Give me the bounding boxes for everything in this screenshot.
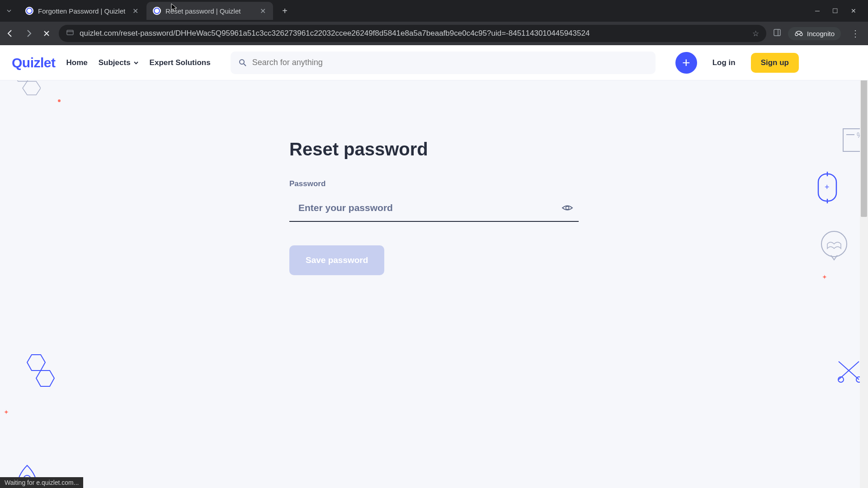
- close-icon[interactable]: ✕: [131, 7, 139, 15]
- search-icon: [239, 59, 247, 67]
- toggle-password-visibility[interactable]: [561, 201, 574, 215]
- browser-menu-button[interactable]: ⋮: [847, 28, 863, 39]
- decoration-scissors: [836, 357, 863, 384]
- password-input[interactable]: [289, 202, 561, 213]
- eye-icon: [561, 202, 573, 214]
- quizlet-favicon: [153, 7, 161, 15]
- reset-password-form: Reset password Password Save password: [289, 139, 579, 275]
- back-button[interactable]: [5, 28, 16, 39]
- nav-subjects[interactable]: Subjects: [99, 58, 139, 67]
- url-field[interactable]: quizlet.com/reset-password/DHHeWac5Q9596…: [59, 25, 766, 42]
- tab-title: Forgotten Password | Quizlet: [38, 7, 127, 15]
- incognito-icon: [794, 30, 803, 37]
- svg-rect-2: [774, 29, 780, 36]
- window-controls: ─ ☐ ✕: [815, 7, 864, 14]
- decoration-star: ✦: [4, 408, 9, 416]
- quizlet-logo[interactable]: Quizlet: [12, 55, 56, 70]
- incognito-badge[interactable]: Incognito: [788, 27, 841, 40]
- svg-line-20: [839, 361, 859, 380]
- search-input[interactable]: [252, 58, 647, 67]
- svg-point-4: [240, 60, 244, 64]
- forward-button[interactable]: [23, 28, 34, 39]
- tab-title: Reset password | Quizlet: [165, 7, 254, 15]
- signup-button[interactable]: Sign up: [751, 53, 799, 73]
- decoration-dot: [58, 99, 61, 102]
- new-tab-button[interactable]: +: [278, 4, 292, 18]
- svg-point-6: [566, 206, 569, 210]
- browser-tab[interactable]: Forgotten Password | Quizlet ✕: [19, 2, 146, 20]
- chevron-down-icon: [133, 60, 139, 66]
- svg-line-21: [839, 361, 859, 380]
- close-icon[interactable]: ✕: [259, 7, 267, 15]
- svg-marker-10: [36, 371, 54, 386]
- address-bar: quizlet.com/reset-password/DHHeWac5Q9596…: [0, 22, 868, 45]
- login-link[interactable]: Log in: [708, 58, 740, 67]
- create-button[interactable]: +: [675, 52, 697, 74]
- side-panel-icon[interactable]: [773, 28, 782, 39]
- minimize-button[interactable]: ─: [815, 7, 820, 14]
- decoration-molecule: [20, 352, 61, 398]
- tab-search-dropdown[interactable]: [4, 5, 14, 16]
- svg-marker-9: [27, 355, 45, 371]
- svg-rect-0: [67, 30, 73, 35]
- stop-reload-button[interactable]: [41, 28, 52, 39]
- incognito-label: Incognito: [807, 30, 835, 38]
- nav-expert-solutions[interactable]: Expert Solutions: [150, 58, 211, 67]
- save-password-button[interactable]: Save password: [289, 245, 384, 275]
- page-title: Reset password: [289, 139, 579, 160]
- search-bar[interactable]: [231, 52, 656, 74]
- password-field-row: [289, 201, 579, 222]
- svg-point-22: [838, 377, 844, 382]
- site-info-icon[interactable]: [66, 28, 74, 39]
- svg-line-5: [244, 64, 246, 66]
- page-content: Quizlet Home Subjects Expert Solutions +…: [0, 45, 868, 488]
- maximize-button[interactable]: ☐: [832, 7, 838, 14]
- quizlet-favicon: [25, 7, 33, 15]
- bookmark-icon[interactable]: ☆: [752, 29, 759, 38]
- status-bar: Waiting for e.quizlet.com...: [0, 477, 83, 488]
- site-header: Quizlet Home Subjects Expert Solutions +…: [0, 45, 868, 80]
- scrollbar[interactable]: [860, 45, 868, 488]
- close-window-button[interactable]: ✕: [851, 7, 856, 14]
- nav-home[interactable]: Home: [66, 58, 88, 67]
- mouse-cursor: [171, 3, 178, 12]
- password-label: Password: [289, 179, 579, 188]
- tab-strip: Forgotten Password | Quizlet ✕ Reset pas…: [0, 0, 868, 22]
- url-text: quizlet.com/reset-password/DHHeWac5Q9596…: [80, 29, 747, 38]
- browser-tab[interactable]: Reset password | Quizlet ✕: [146, 2, 273, 20]
